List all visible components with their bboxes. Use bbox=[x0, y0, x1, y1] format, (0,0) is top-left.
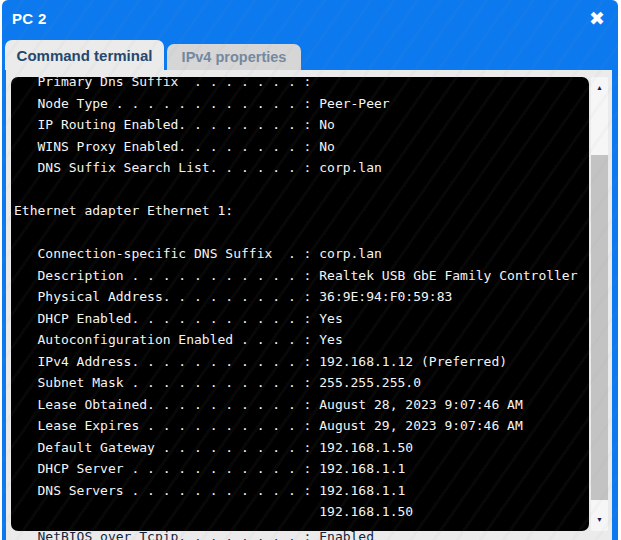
tab-command-terminal[interactable]: Command terminal bbox=[5, 40, 164, 70]
tab-ipv4-properties-label: IPv4 properties bbox=[182, 49, 287, 65]
up-arrow-icon: ▲ bbox=[596, 84, 603, 91]
scroll-down-button[interactable]: ▼ bbox=[591, 513, 608, 531]
tab-command-terminal-label: Command terminal bbox=[17, 47, 153, 64]
terminal-clipped-line: NetBIOS over Tcpip. . . . . . . . : Enab… bbox=[14, 526, 374, 540]
window-title: PC 2 bbox=[12, 10, 47, 27]
scrollbar-thumb[interactable] bbox=[591, 155, 608, 500]
close-icon: ✖ bbox=[589, 8, 605, 29]
terminal-panel: Primary Dns Suffix . . . . . . . : Node … bbox=[6, 70, 612, 540]
page: { "window": { "title": "PC 2", "close_ic… bbox=[0, 0, 621, 540]
scroll-up-button[interactable]: ▲ bbox=[591, 77, 608, 95]
down-arrow-icon: ▼ bbox=[596, 516, 603, 523]
terminal-scrollbar[interactable]: ▲ ▼ bbox=[591, 77, 608, 531]
terminal-screen[interactable]: Primary Dns Suffix . . . . . . . : Node … bbox=[11, 77, 589, 531]
close-button[interactable]: ✖ bbox=[585, 6, 609, 32]
terminal-output: Primary Dns Suffix . . . . . . . : Node … bbox=[11, 77, 589, 523]
tab-ipv4-properties[interactable]: IPv4 properties bbox=[167, 44, 301, 70]
app-window: PC 2 ✖ Command terminal IPv4 properties … bbox=[2, 0, 618, 540]
